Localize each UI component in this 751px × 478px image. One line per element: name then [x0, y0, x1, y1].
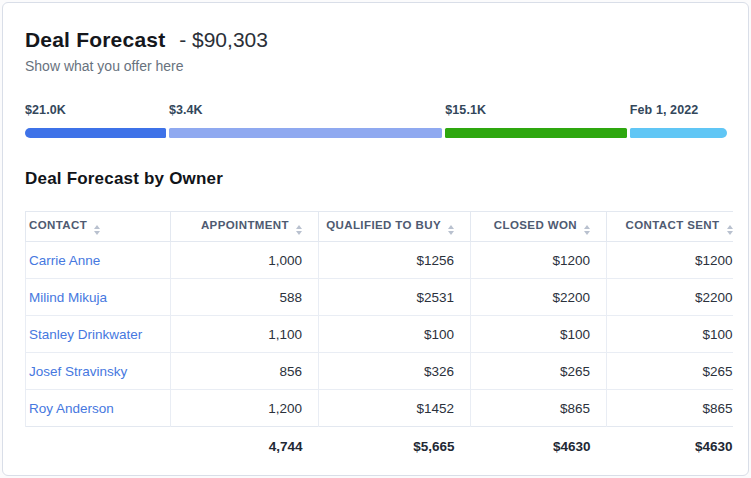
column-header-label: CLOSED WON [494, 219, 577, 231]
progress-segment-2 [169, 128, 442, 138]
segment-label-closed: $15.1K [445, 103, 486, 117]
column-header-label: APPOINTMENT [201, 219, 289, 231]
totals-empty-cell [26, 427, 171, 467]
closed-won-value: $100 [471, 316, 607, 353]
closed-won-value: $865 [471, 390, 607, 427]
segment-label-date: Feb 1, 2022 [630, 103, 699, 117]
appointment-value: 1,100 [171, 316, 319, 353]
segment-label-qualified: $3.4K [169, 103, 203, 117]
contact-sent-value: $865 [607, 390, 733, 427]
column-header-contact[interactable]: CONTACT [26, 212, 171, 242]
column-header-label: QUALIFIED TO BUY [326, 219, 441, 231]
appointment-total: 4,744 [171, 427, 319, 467]
forecast-total-amount: - $90,303 [179, 28, 268, 51]
table-row: Milind Mikuja 588 $2531 $2200 $2200 [26, 279, 733, 316]
contact-sent-value: $2200 [607, 279, 733, 316]
pipeline-progress: $21.0K $3.4K $15.1K Feb 1, 2022 [25, 100, 726, 138]
progress-segment-4 [630, 128, 727, 138]
qualified-to-buy-value: $100 [319, 316, 471, 353]
contact-sent-value: $1200 [607, 242, 733, 279]
sort-icon[interactable] [727, 225, 733, 235]
closed-won-value: $2200 [471, 279, 607, 316]
deal-forecast-table: CONTACT APPOINTMENT QUALIFIED TO BUY CLO… [25, 211, 733, 467]
table-row: Josef Stravinsky 856 $326 $265 $265 [26, 353, 733, 390]
progress-labels-row: $21.0K $3.4K $15.1K Feb 1, 2022 [25, 100, 726, 118]
qualified-to-buy-total: $5,665 [319, 427, 471, 467]
contact-link[interactable]: Roy Anderson [29, 401, 114, 416]
totals-row: 4,744 $5,665 $4630 $4630 [26, 427, 733, 467]
page-title: Deal Forecast - $90,303 [25, 27, 726, 53]
appointment-value: 1,200 [171, 390, 319, 427]
column-header-label: CONTACT SENT [625, 219, 719, 231]
contact-link[interactable]: Milind Mikuja [29, 290, 107, 305]
contact-sent-total: $4630 [607, 427, 733, 467]
table-row: Stanley Drinkwater 1,100 $100 $100 $100 [26, 316, 733, 353]
contact-link[interactable]: Carrie Anne [29, 253, 100, 268]
sort-icon[interactable] [296, 225, 302, 235]
sort-icon[interactable] [584, 225, 590, 235]
appointment-value: 1,000 [171, 242, 319, 279]
progress-segment-3 [445, 128, 627, 138]
sort-icon[interactable] [448, 225, 454, 235]
contact-sent-value: $265 [607, 353, 733, 390]
section-title: Deal Forecast by Owner [25, 168, 726, 189]
table-header-row: CONTACT APPOINTMENT QUALIFIED TO BUY CLO… [26, 212, 733, 242]
deal-forecast-card: Deal Forecast - $90,303 Show what you of… [2, 2, 749, 476]
closed-won-total: $4630 [471, 427, 607, 467]
contact-sent-value: $100 [607, 316, 733, 353]
column-header-appointment[interactable]: APPOINTMENT [171, 212, 319, 242]
column-header-label: CONTACT [29, 219, 87, 231]
page-title-text: Deal Forecast [25, 28, 165, 51]
column-header-qualified-to-buy[interactable]: QUALIFIED TO BUY [319, 212, 471, 242]
qualified-to-buy-value: $1256 [319, 242, 471, 279]
qualified-to-buy-value: $1452 [319, 390, 471, 427]
appointment-value: 588 [171, 279, 319, 316]
qualified-to-buy-value: $326 [319, 353, 471, 390]
table-row: Roy Anderson 1,200 $1452 $865 $865 [26, 390, 733, 427]
column-header-contact-sent[interactable]: CONTACT SENT [607, 212, 733, 242]
table-row: Carrie Anne 1,000 $1256 $1200 $1200 [26, 242, 733, 279]
sort-icon[interactable] [94, 225, 100, 235]
closed-won-value: $1200 [471, 242, 607, 279]
segment-label-appointment: $21.0K [25, 103, 66, 117]
contact-link[interactable]: Josef Stravinsky [29, 364, 127, 379]
progress-segment-1 [25, 128, 166, 138]
qualified-to-buy-value: $2531 [319, 279, 471, 316]
closed-won-value: $265 [471, 353, 607, 390]
page-subtitle: Show what you offer here [25, 58, 726, 74]
contact-link[interactable]: Stanley Drinkwater [29, 327, 142, 342]
progress-bar [25, 128, 726, 138]
column-header-closed-won[interactable]: CLOSED WON [471, 212, 607, 242]
appointment-value: 856 [171, 353, 319, 390]
